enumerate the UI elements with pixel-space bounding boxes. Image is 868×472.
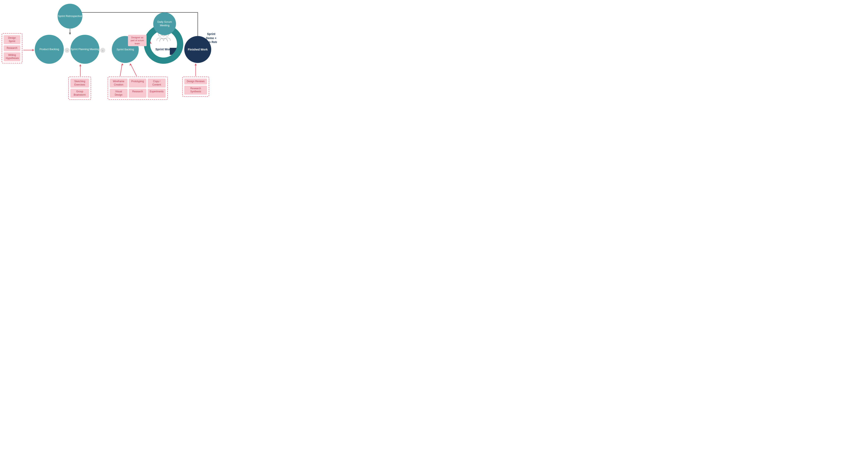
sprint-item-2: Prototyping	[129, 79, 147, 88]
sketch-item-2: Group Brainstorm	[70, 89, 89, 98]
sprint-planning-circle: Sprint Planning Meeting	[70, 35, 99, 64]
sketch-item-1: Sketching Exercises	[70, 79, 89, 88]
left-item-2: Research	[4, 45, 20, 51]
svg-marker-5	[32, 49, 34, 51]
diagram: Sprint Retrospective Product Backlog › S…	[0, 0, 217, 118]
left-item-3: Writing Hypotheses	[4, 52, 20, 61]
sprint-item-3: Copy / Content	[148, 79, 166, 88]
sprint-work-label: Sprint Work	[147, 48, 180, 51]
daily-scrum-circle: Daily Scrum Meeting	[153, 12, 176, 35]
svg-marker-9	[121, 63, 123, 65]
sketch-group-box: Sketching Exercises Group Brainstorm	[68, 76, 91, 100]
sprint-item-1: Wireframe Creation	[110, 79, 128, 88]
sprint-items-box: Wireframe Creation Prototyping Copy / Co…	[108, 76, 168, 100]
sprint-planning-label: Sprint Planning Meeting	[71, 48, 99, 51]
right-group-box: Design Reviews Research Synthesis	[182, 76, 209, 97]
sprint-demo-label: Sprint Demo + Team Retro	[203, 32, 217, 44]
left-group-box: Design Sprint Research Writing Hypothese…	[2, 33, 22, 63]
svg-marker-11	[129, 63, 132, 65]
sprint-retrospective-label: Sprint Retrospective	[58, 14, 82, 18]
svg-line-8	[120, 64, 122, 76]
right-item-1: Design Reviews	[184, 79, 207, 85]
svg-line-10	[130, 64, 137, 76]
svg-text:›: ›	[102, 49, 103, 52]
sprint-item-4: Visual Design	[110, 89, 128, 98]
designer-label: Designer as part of scrum team	[128, 35, 147, 46]
svg-marker-7	[79, 64, 82, 66]
chevron-1: ›	[65, 47, 69, 54]
finished-work-label: Finished Work	[188, 48, 208, 51]
svg-marker-17	[195, 63, 197, 65]
arrows-svg	[0, 0, 217, 118]
sprint-item-5: Research	[129, 89, 147, 98]
daily-scrum-label: Daily Scrum Meeting	[153, 20, 176, 27]
svg-text:›: ›	[66, 49, 67, 52]
product-backlog-label: Product Backlog	[39, 48, 59, 51]
sprint-demo-text: Sprint Demo + Team Retro	[203, 32, 217, 44]
sprint-item-6: Experiments	[148, 89, 166, 98]
sprint-retrospective-circle: Sprint Retrospective	[58, 4, 83, 29]
right-item-2: Research Synthesis	[184, 86, 207, 95]
chevron-2: ›	[100, 47, 105, 54]
product-backlog-circle: Product Backlog	[35, 35, 64, 64]
svg-marker-3	[69, 33, 71, 35]
designer-label-text: Designer as part of scrum team	[131, 36, 144, 45]
left-item-1: Design Sprint	[4, 35, 20, 44]
sprint-backlog-label: Sprint Backlog	[117, 48, 134, 51]
